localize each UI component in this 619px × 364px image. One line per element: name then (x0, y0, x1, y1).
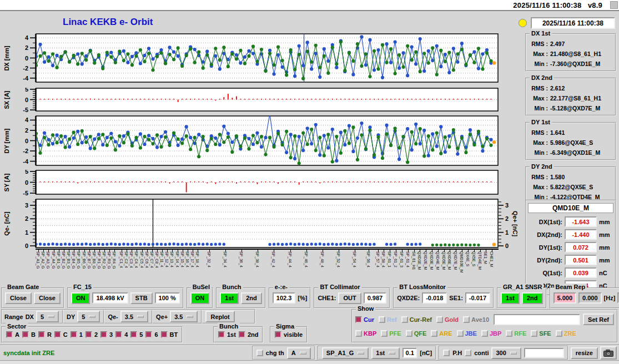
show-checkbox-gold[interactable] (436, 316, 443, 323)
monitor-readout-panel: QMD10E_M DX(1st):-1.643mmDX(2nd):-1.440m… (525, 200, 616, 296)
dropdown-indicator-icon (137, 315, 144, 318)
sector-checkbox-b[interactable] (22, 331, 29, 338)
sigma-box: Sigmavisible (270, 326, 308, 343)
svg-text:2: 2 (25, 44, 28, 51)
busel-on-button[interactable]: ON (190, 292, 210, 304)
charge-threshold-input[interactable] (402, 348, 417, 358)
show-label-ave10: Ave10 (471, 316, 489, 323)
separator (62, 310, 63, 323)
show-checkbox-ave10[interactable] (463, 316, 470, 323)
bpm-label-sp-r4-g: SP_R4_G (112, 251, 116, 269)
svg-text:3: 3 (505, 202, 509, 209)
bpm-label-sp-c3-4: SP_C3_4 (129, 251, 133, 268)
chg-th-dropdown[interactable]: A (287, 347, 311, 359)
chart-dx: -4-2024DX [mm] (0, 33, 517, 83)
checkbox-label: R (47, 331, 52, 338)
chg-th-group: chg th A (252, 346, 315, 360)
fc-15-stb-button[interactable]: STB (130, 292, 153, 304)
set-ref-button[interactable]: Set Ref (583, 314, 614, 325)
checkbox-label: 3 (109, 331, 113, 338)
monitor-row-value: 0.039 (565, 267, 597, 278)
sector-checkbox-5[interactable] (130, 331, 137, 338)
bpm-label-sp-34-4: SP_34_4 (223, 251, 227, 267)
show-checkbox-sfe[interactable] (531, 330, 537, 337)
bt-collimator-che1-label: CHE1: (318, 295, 336, 301)
sector-checkbox-a[interactable] (6, 331, 13, 338)
show-checkbox-cur-ref[interactable] (401, 316, 408, 323)
gr-a1-snsr-2nd-button[interactable]: 2nd (522, 292, 543, 304)
sector-checkbox-4[interactable] (115, 331, 122, 338)
checkbox-label: visible (284, 331, 303, 338)
bunch-checkbox-2nd[interactable] (239, 331, 245, 338)
stat-label: Max : (530, 182, 548, 192)
extra-input[interactable] (524, 348, 564, 358)
range-replot-button[interactable]: Replot (205, 311, 234, 322)
svg-text:1: 1 (505, 229, 509, 236)
sigma-title: Sigma (274, 323, 296, 330)
bunch-checkbox-1st[interactable] (218, 331, 225, 338)
monitor-row-value: -1.643 (565, 216, 597, 227)
bunch-dropdown[interactable]: 1st (371, 347, 400, 359)
range-3-5-dropdown-value: 3.5 (174, 314, 183, 320)
show-checkbox-pfe[interactable] (381, 330, 387, 337)
top-datetime: 2025/11/16 11:00:38 v8.9 (513, 1, 602, 9)
points-dropdown[interactable]: 300 (491, 347, 521, 359)
range-range-label: Range (4, 314, 23, 320)
bpm-label-sp-b2-g: SP_B2_G (62, 251, 66, 269)
range-3-5-dropdown[interactable]: 3.5 (170, 311, 198, 322)
stat-label: Max : (530, 49, 548, 59)
show-checkbox-cur[interactable] (355, 316, 362, 323)
bpm-label-sp-c5-4: SP_C5_4 (140, 251, 144, 268)
stat-row: RMS :2.612 (530, 83, 612, 93)
svg-text:DX [mm]: DX [mm] (3, 46, 10, 71)
sector-checkbox-r[interactable] (38, 331, 45, 338)
show-checkbox-qfe[interactable] (406, 330, 412, 337)
sector-group: SectorABRC123456BT (1, 326, 183, 343)
monitor-row-unit: mm (599, 231, 610, 238)
fc-15-on-button[interactable]: ON (71, 292, 90, 304)
show-checkbox-zre[interactable] (556, 330, 562, 337)
set-ref-input[interactable] (494, 314, 580, 325)
show-group: Show CurRefCur-RefGoldAve10Set Ref KBPPF… (351, 309, 618, 343)
beam-gate-close-button[interactable]: Close (5, 292, 32, 304)
fc-15-18-498-kv-field: 18.498 kV (92, 292, 128, 304)
bpm-label-sp-58-4: SP_58_4 (381, 251, 385, 267)
bpm-label-qx5e-s: QX5E_S (472, 251, 476, 266)
stat-label: Max : (530, 93, 548, 103)
conti-checkbox[interactable] (465, 350, 471, 356)
beam-gate-close-button[interactable]: Close (34, 292, 61, 304)
bpm-label-sp-38-4: SP_38_4 (255, 251, 259, 267)
sigma-checkbox-visible[interactable] (275, 331, 281, 338)
svg-text:-5: -5 (23, 190, 28, 195)
bt-collimator-out-button[interactable]: OUT (338, 292, 361, 304)
range-5-dropdown[interactable]: 5 (36, 311, 59, 322)
show-checkbox-rfe[interactable] (506, 330, 512, 337)
show-checkbox-kbp[interactable] (355, 330, 362, 337)
range-5-dropdown[interactable]: 5 (77, 311, 100, 322)
show-checkbox-jbe[interactable] (457, 330, 464, 337)
camera-button[interactable] (600, 346, 617, 360)
show-checkbox-jbp[interactable] (481, 330, 488, 337)
sector-checkbox-2[interactable] (85, 331, 92, 338)
sector-checkbox-c[interactable] (54, 331, 61, 338)
sector-checkbox-6[interactable] (145, 331, 152, 338)
show-checkbox-ref[interactable] (379, 316, 385, 323)
resize-button[interactable]: resize (571, 347, 598, 359)
monitor-dropdown[interactable]: SP_A1_G (322, 347, 369, 359)
sector-checkbox-1[interactable] (71, 331, 77, 338)
sector-checkbox-bt[interactable] (161, 331, 168, 338)
e-e-item-label: [%] (298, 295, 307, 301)
bunch-1st-button[interactable]: 1st (220, 292, 239, 304)
fc-15-100-field: 100 % (155, 292, 180, 304)
gr-a1-snsr-1st-button[interactable]: 1st (501, 292, 520, 304)
sector-checkbox-3[interactable] (100, 331, 107, 338)
bpm-label-sp-r1-g: SP_R1_G (97, 251, 101, 269)
range-3-5-dropdown[interactable]: 3.5 (120, 311, 148, 322)
bunch-2nd-button[interactable]: 2nd (241, 292, 262, 304)
ph-checkbox[interactable] (443, 350, 450, 356)
chg-th-checkbox[interactable] (256, 350, 263, 356)
chart-dy: -4-2024DY [mm] (0, 115, 517, 166)
bpm-label-sp-a4-g: SP_A4_G (52, 251, 56, 269)
show-checkbox-are[interactable] (431, 330, 437, 337)
chg-th-value: A (291, 350, 296, 356)
